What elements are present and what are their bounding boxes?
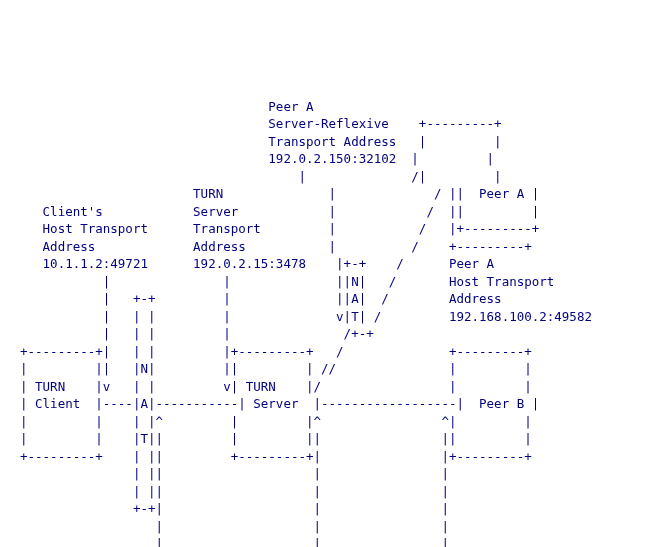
turn-topology-diagram: Peer A Server-Reflexive +---------+ Tran… xyxy=(0,83,669,548)
